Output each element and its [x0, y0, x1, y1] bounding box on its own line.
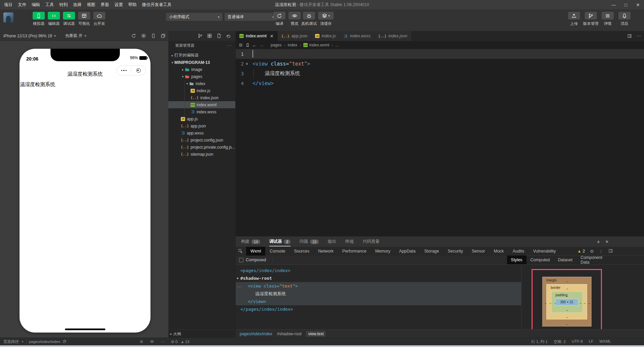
- menu-item-文件[interactable]: 文件: [15, 0, 29, 9]
- dom-tree-row-3[interactable]: 温湿度检测系统: [236, 290, 521, 298]
- 模拟器-button[interactable]: [33, 12, 45, 20]
- 编辑器-button[interactable]: [48, 12, 60, 20]
- page-path-value[interactable]: pages/index/index: [29, 340, 60, 344]
- devtools-tab-Sources[interactable]: Sources: [290, 247, 314, 256]
- panel-tab-调试器[interactable]: 调试器2: [269, 236, 291, 247]
- close-icon[interactable]: ✕: [270, 34, 274, 39]
- code-line-4[interactable]: 4</view>: [236, 78, 644, 88]
- dom-crumb-pages/index/index[interactable]: pages/index/index: [240, 332, 272, 336]
- 编译-button[interactable]: [273, 12, 285, 20]
- copy-icon[interactable]: [63, 340, 66, 344]
- tree-item-pages[interactable]: ▾pages: [168, 73, 235, 80]
- device-select[interactable]: iPhone 12/13 (Pro) 96% 19 ▼: [1, 34, 59, 38]
- styles-tab-Dataset[interactable]: Dataset: [554, 256, 576, 264]
- code-line-2[interactable]: 2∨<view class="text">: [236, 59, 644, 69]
- dom-tree-row-2[interactable]: ...<view class="text">: [236, 282, 521, 290]
- dom-tree-row-0[interactable]: <pages/index/index>: [236, 267, 521, 274]
- tab-index.js[interactable]: JSindex.js: [311, 31, 340, 41]
- panel-tab-构建[interactable]: 构建14: [241, 236, 260, 247]
- device-icon[interactable]: [151, 33, 156, 38]
- devtools-tab-Wxml[interactable]: Wxml: [246, 247, 265, 256]
- menu-item-微信开发者工具[interactable]: 微信开发者工具: [139, 0, 174, 9]
- avatar[interactable]: [3, 12, 13, 23]
- maximize-button[interactable]: □: [620, 0, 632, 9]
- outline-list-icon[interactable]: [238, 43, 243, 47]
- hot-reload-select[interactable]: 热重载 开 ▼: [63, 33, 89, 39]
- menu-item-选择[interactable]: 选择: [70, 0, 84, 9]
- status-item-行-1-列-1[interactable]: 行 1, 列 1: [531, 339, 548, 344]
- rotate-icon[interactable]: [131, 33, 136, 38]
- file-icon[interactable]: [216, 33, 222, 38]
- devtools-tab-Network[interactable]: Network: [314, 247, 338, 256]
- branch-icon[interactable]: [198, 33, 203, 38]
- teapot-icon[interactable]: [226, 33, 231, 38]
- tree-item-index.wxml[interactable]: </>index.wxml: [168, 101, 235, 108]
- menu-item-帮助[interactable]: 帮助: [126, 0, 139, 9]
- 真机调试-button[interactable]: [303, 12, 315, 20]
- 云开发-button[interactable]: [93, 12, 105, 20]
- devtools-tab-Security[interactable]: Security: [443, 247, 467, 256]
- box-model-content[interactable]: 390 × 21: [555, 299, 578, 306]
- devtools-tab-Console[interactable]: Console: [265, 247, 290, 256]
- mode-select[interactable]: 小程序模式 ▾: [166, 13, 223, 21]
- tab-index.wxss[interactable]: index.wxss: [340, 31, 374, 41]
- gear-icon[interactable]: ⚙: [140, 339, 143, 344]
- breadcrumb-item-index.wxml[interactable]: index.wxml: [309, 43, 329, 47]
- multiwindow-icon[interactable]: [161, 33, 166, 38]
- status-item-UTF-8[interactable]: UTF-8: [572, 339, 583, 344]
- tree-item-app.json[interactable]: {..}app.json: [168, 122, 235, 129]
- 可视化-button[interactable]: [78, 12, 90, 20]
- code-line-3[interactable]: 3 温湿度检测系统: [236, 69, 644, 78]
- status-item-空格-2[interactable]: 空格: 2: [554, 339, 566, 344]
- more-icon[interactable]: ⋯: [161, 339, 165, 344]
- menu-item-工具[interactable]: 工具: [43, 0, 57, 9]
- 上传-button[interactable]: [568, 12, 580, 20]
- tree-item-project.config.json[interactable]: {..}project.config.json: [168, 137, 235, 144]
- arrow-left-icon[interactable]: ←: [252, 42, 257, 48]
- dom-tree-row-5[interactable]: </pages/index/index>: [236, 305, 521, 313]
- arrow-right-icon[interactable]: →: [259, 42, 264, 48]
- composed-checkbox[interactable]: [239, 258, 243, 262]
- element-picker-icon[interactable]: [236, 248, 246, 254]
- tree-item-image[interactable]: ▸image: [168, 66, 235, 73]
- split-editor-icon[interactable]: [627, 34, 632, 38]
- devtools-tab-Mock[interactable]: Mock: [489, 247, 508, 256]
- 版本管理-button[interactable]: [585, 12, 597, 20]
- tree-item-index.wxss[interactable]: index.wxss: [168, 108, 235, 115]
- menu-item-设置[interactable]: 设置: [112, 0, 126, 9]
- tree-item-打开的编辑器[interactable]: ▸打开的编辑器: [168, 52, 235, 59]
- breadcrumb-item-pages[interactable]: pages: [271, 43, 282, 47]
- more-icon[interactable]: ···: [227, 43, 232, 47]
- gear-icon[interactable]: ⚙: [590, 249, 594, 254]
- devtools-tab-AppData[interactable]: AppData: [395, 247, 420, 256]
- expander-down-icon[interactable]: ▼: [237, 277, 238, 280]
- warning-badge[interactable]: ▲ 2: [577, 249, 585, 254]
- devtools-tab-Audits[interactable]: Audits: [508, 247, 529, 256]
- tree-item-app.js[interactable]: JSapp.js: [168, 115, 235, 122]
- 消息-button[interactable]: [618, 12, 631, 20]
- problems-summary[interactable]: ⊘ 0 ▲ 13: [171, 339, 190, 344]
- close-button[interactable]: ✕: [632, 0, 644, 9]
- devtools-tab-Vulnerability[interactable]: Vulnerability: [529, 247, 560, 256]
- kebab-menu-icon[interactable]: ⋮: [599, 249, 603, 254]
- code-editor[interactable]: 12∨<view class="text">3 温湿度检测系统4</view>: [236, 49, 644, 236]
- dom-tree-row-4[interactable]: </view>: [236, 298, 521, 305]
- more-icon[interactable]: ⋯: [637, 34, 641, 38]
- tree-item-sitemap.json[interactable]: {..}sitemap.json: [168, 151, 235, 158]
- dom-crumb-#shadow-root[interactable]: #shadow-root: [277, 332, 302, 336]
- more-dots-icon[interactable]: [117, 70, 131, 71]
- menu-item-界面[interactable]: 界面: [98, 0, 112, 9]
- tab-app.json[interactable]: {..}app.json: [278, 31, 311, 41]
- panel-tab-代码质量[interactable]: 代码质量: [363, 236, 380, 247]
- menu-item-编辑[interactable]: 编辑: [29, 0, 43, 9]
- devtools-tab-Sensor[interactable]: Sensor: [467, 247, 489, 256]
- tree-item-project.private.config.js...[interactable]: {..}project.private.config.js...: [168, 144, 235, 151]
- breadcrumb-item-...[interactable]: ...: [335, 43, 339, 47]
- dom-tree-row-1[interactable]: ▼#shadow-root: [236, 274, 521, 282]
- status-item-LF[interactable]: LF: [589, 339, 593, 344]
- tree-item-index.json[interactable]: {..}index.json: [168, 94, 235, 101]
- styles-tab-Component Data[interactable]: Component Data: [576, 256, 606, 264]
- tree-item-MINIPROGRAM-13[interactable]: ▾MINIPROGRAM-13: [168, 59, 235, 66]
- fold-chevron-icon[interactable]: ∨: [246, 62, 248, 66]
- eye-icon[interactable]: [150, 339, 154, 344]
